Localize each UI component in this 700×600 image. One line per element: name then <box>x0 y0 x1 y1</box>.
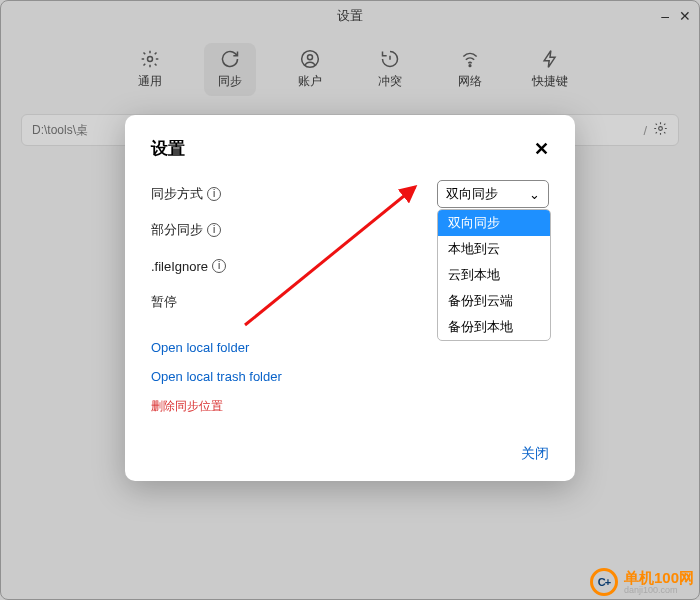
select-value: 双向同步 <box>446 185 498 203</box>
watermark-logo: C+ <box>590 568 618 596</box>
row-sync-mode: 同步方式 i 双向同步 ⌄ 双向同步 本地到云 云到本地 备份到云端 备份到本地 <box>151 178 549 210</box>
sync-mode-dropdown: 双向同步 本地到云 云到本地 备份到云端 备份到本地 <box>437 209 551 341</box>
info-icon[interactable]: i <box>212 259 226 273</box>
modal-overlay: 设置 ✕ 同步方式 i 双向同步 ⌄ 双向同步 本地到云 云到本地 备份到云端 … <box>0 0 700 600</box>
delete-sync-location-link[interactable]: 删除同步位置 <box>151 398 549 415</box>
chevron-down-icon: ⌄ <box>529 187 540 202</box>
dialog-close-link[interactable]: 关闭 <box>521 445 549 461</box>
label-partial-sync: 部分同步 i <box>151 221 221 239</box>
dialog-close-button[interactable]: ✕ <box>534 138 549 160</box>
option-backup-to-cloud[interactable]: 备份到云端 <box>438 288 550 314</box>
open-local-folder-link[interactable]: Open local folder <box>151 340 549 355</box>
info-icon[interactable]: i <box>207 223 221 237</box>
watermark-url: danji100.com <box>624 585 694 595</box>
watermark-brand: 单机100网 <box>624 570 694 585</box>
open-local-trash-link[interactable]: Open local trash folder <box>151 369 549 384</box>
option-cloud-to-local[interactable]: 云到本地 <box>438 262 550 288</box>
dialog-title: 设置 <box>151 137 185 160</box>
label-fileignore: .fileIgnore i <box>151 259 226 274</box>
option-local-to-cloud[interactable]: 本地到云 <box>438 236 550 262</box>
label-pause: 暂停 <box>151 293 177 311</box>
label-sync-mode: 同步方式 i <box>151 185 221 203</box>
watermark: C+ 单机100网 danji100.com <box>590 568 694 596</box>
sync-mode-select[interactable]: 双向同步 ⌄ 双向同步 本地到云 云到本地 备份到云端 备份到本地 <box>437 180 549 208</box>
option-backup-to-local[interactable]: 备份到本地 <box>438 314 550 340</box>
settings-dialog: 设置 ✕ 同步方式 i 双向同步 ⌄ 双向同步 本地到云 云到本地 备份到云端 … <box>125 115 575 481</box>
option-bidirectional[interactable]: 双向同步 <box>438 210 550 236</box>
info-icon[interactable]: i <box>207 187 221 201</box>
